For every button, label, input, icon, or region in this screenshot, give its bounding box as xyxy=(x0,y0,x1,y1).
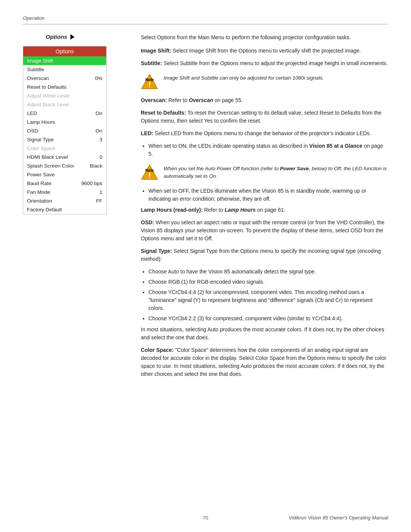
left-column: Options Options Image Shift Subtitle Ove… xyxy=(23,34,129,214)
subtitle-para: Subtitle: Select Subtitle from the Optio… xyxy=(141,59,388,67)
note-icon-2: ! Note xyxy=(141,163,158,181)
right-column: Select Options from the Main Menu to per… xyxy=(141,34,388,383)
image-shift-heading: Image Shift: xyxy=(141,48,171,54)
image-shift-text: Select Image Shift from the Options menu… xyxy=(173,48,361,54)
led-bullet-2: When set to OFF, the LEDs illuminate whe… xyxy=(148,187,388,203)
menu-item-splash-color[interactable]: Splash Screen Color Black xyxy=(23,161,106,170)
menu-item-osd[interactable]: OSD On xyxy=(23,126,106,135)
led-heading: LED: xyxy=(141,130,153,136)
svg-text:Note: Note xyxy=(145,78,154,82)
menu-item-baud-rate[interactable]: Baud Rate 9600 bps xyxy=(23,179,106,188)
overscan-link: Overscan xyxy=(189,97,213,103)
signal-type-heading: Signal Type: xyxy=(141,248,172,254)
color-space-para: Color Space: "Color Space" determines ho… xyxy=(141,346,388,378)
signal-footer-para: In most situations, selecting Auto produ… xyxy=(141,326,388,342)
menu-item-fan-mode[interactable]: Fan Mode 1 xyxy=(23,188,106,197)
led-para: LED: Select LED from the Options menu to… xyxy=(141,129,388,137)
section-label: Operation xyxy=(23,15,388,21)
page-number: 70 xyxy=(145,515,266,521)
note-text-1: Image Shift and Subtitle can only be adj… xyxy=(164,73,324,82)
svg-text:Note: Note xyxy=(145,168,154,173)
lamp-hours-para: Lamp Hours (read-only): Refer to Lamp Ho… xyxy=(141,206,388,214)
menu-item-signal-type[interactable]: Signal Type 3 xyxy=(23,135,106,144)
led-bullet-list-2: When set to OFF, the LEDs illuminate whe… xyxy=(148,187,388,203)
options-header: Options xyxy=(46,34,129,40)
signal-bullet-2: Choose RGB (1) for RGB-encoded video sig… xyxy=(148,278,388,286)
signal-type-para: Signal Type: Select Signal Type from the… xyxy=(141,247,388,263)
menu-item-overscan[interactable]: Overscan 0% xyxy=(23,74,106,83)
menu-item-hdmi-black[interactable]: HDMI Black Level 0 xyxy=(23,153,106,161)
menu-item-power-save[interactable]: Power Save xyxy=(23,170,106,179)
signal-bullet-1: Choose Auto to have the Vision 85 automa… xyxy=(148,268,388,276)
options-menu: Options Image Shift Subtitle Overscan 0%… xyxy=(23,46,107,214)
color-space-heading: Color Space: xyxy=(141,347,174,353)
led-bullet-1: When set to ON, the LEDs indicate operat… xyxy=(148,142,388,158)
led-bullet-list: When set to ON, the LEDs indicate operat… xyxy=(148,142,388,158)
manual-title: Vidikron Vision 85 Owner's Operating Man… xyxy=(266,515,388,521)
overscan-text: Refer to xyxy=(168,97,189,103)
note-box-2: ! Note When you set the Auto Power Off f… xyxy=(141,163,388,181)
options-arrow-icon xyxy=(70,34,75,40)
signal-bullet-4: Choose YCrCb4:2:2 (3) for compressed, co… xyxy=(148,315,388,323)
overscan-para: Overscan: Refer to Overscan on page 55. xyxy=(141,96,388,104)
overscan-text2: on page 55. xyxy=(215,97,243,103)
reset-para: Reset to Defaults: To reset the Overscan… xyxy=(141,109,388,125)
menu-item-orientation[interactable]: Orientation FF xyxy=(23,197,106,205)
signal-bullet-3: Choose YCrCb4:4:4 (2) for uncompressed, … xyxy=(148,288,388,312)
bottom-bar: 70 Vidikron Vision 85 Owner's Operating … xyxy=(23,515,388,521)
signal-bullet-list: Choose Auto to have the Vision 85 automa… xyxy=(148,268,388,323)
led-text: Select LED from the Options menu to chan… xyxy=(155,130,371,136)
menu-item-image-shift[interactable]: Image Shift xyxy=(23,56,106,65)
overscan-heading: Overscan: xyxy=(141,97,167,103)
page: Operation Options Options Image Shift Su… xyxy=(0,0,411,532)
options-label: Options xyxy=(46,34,67,40)
menu-title: Options xyxy=(23,46,106,56)
menu-item-subtitle[interactable]: Subtitle xyxy=(23,65,106,74)
intro-paragraph: Select Options from the Main Menu to per… xyxy=(141,34,388,42)
lamp-hours-heading: Lamp Hours (read-only): xyxy=(141,207,203,213)
subtitle-heading: Subtitle: xyxy=(141,60,162,66)
menu-item-adjust-white: Adjust White Level xyxy=(23,91,106,100)
reset-heading: Reset to Defaults: xyxy=(141,110,186,116)
signal-type-text: Select Signal Type from the Options menu… xyxy=(141,248,381,262)
note-icon-1: ! Note xyxy=(141,73,158,90)
lamp-hours-link: Lamp Hours xyxy=(225,207,256,213)
color-space-text: "Color Space" determines how the color c… xyxy=(141,347,386,377)
note-text-2: When you set the Auto Power Off function… xyxy=(164,163,388,181)
osd-text: When you select an aspect ratio or input… xyxy=(141,219,384,241)
menu-item-lamp-hours[interactable]: Lamp Hours xyxy=(23,118,106,126)
osd-para: OSD: When you select an aspect ratio or … xyxy=(141,219,388,243)
menu-item-led[interactable]: LED On xyxy=(23,109,106,118)
menu-item-adjust-black: Adjust Black Level xyxy=(23,100,106,109)
menu-item-factory-default[interactable]: Factory Default xyxy=(23,205,106,214)
vision-ref: Vision 85 at a Glance xyxy=(309,143,363,149)
image-shift-para: Image Shift: Select Image Shift from the… xyxy=(141,47,388,55)
menu-item-color-space: Color Space xyxy=(23,144,106,153)
lamp-hours-text2: on page 61. xyxy=(257,207,285,213)
note-box-1: ! Note Image Shift and Subtitle can only… xyxy=(141,73,388,90)
subtitle-text: Select Subtitle from the Options menu to… xyxy=(164,60,388,66)
lamp-hours-text: Refer to xyxy=(204,207,225,213)
osd-heading: OSD: xyxy=(141,219,154,225)
menu-item-reset-defaults[interactable]: Reset to Defaults xyxy=(23,83,106,91)
